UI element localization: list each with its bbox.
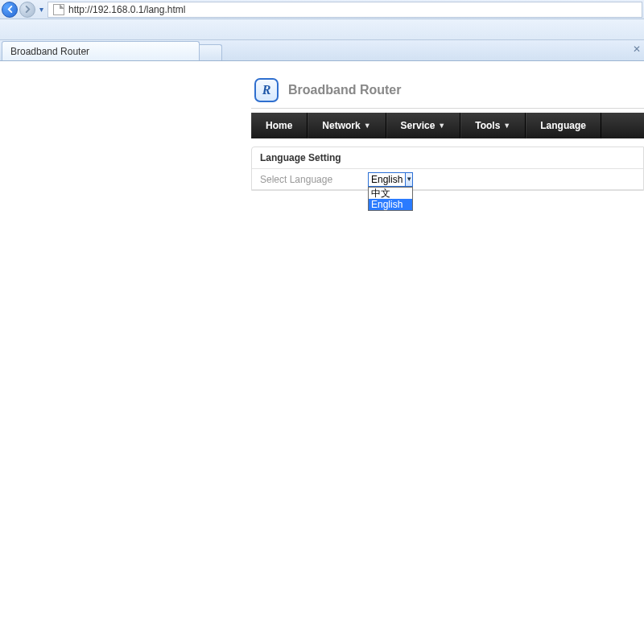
router-title: Broadband Router [288,83,401,97]
language-select-options: 中文 English [368,187,413,211]
nav-service[interactable]: Service ▼ [386,113,461,138]
nav-language-label: Language [540,120,586,131]
language-select-value: English [369,173,405,186]
browser-tab-active[interactable]: Broadband Router [2,41,200,60]
nav-home-label: Home [266,120,292,131]
language-panel: Language Setting Select Language English… [251,147,644,191]
header-divider [251,108,644,109]
browser-tab-title: Broadband Router [10,46,89,57]
new-tab-button[interactable] [200,44,222,60]
language-option-zh[interactable]: 中文 [369,188,412,199]
nav-network-label: Network [322,120,360,131]
router-page: R Broadband Router Home Network ▼ Servic… [0,61,644,111]
nav-language[interactable]: Language [526,113,601,138]
nav-tools-label: Tools [475,120,500,131]
panel-heading: Language Setting [252,147,643,169]
chevron-down-icon: ▼ [503,122,510,130]
tab-close-icon[interactable]: ✕ [633,43,641,55]
chevron-down-icon: ▼ [364,122,371,130]
language-select[interactable]: English ▼ [368,172,413,187]
forward-button[interactable] [19,2,35,18]
language-option-en[interactable]: English [369,199,412,210]
nav-service-label: Service [401,120,436,131]
router-header: R Broadband Router [254,76,644,111]
nav-tools[interactable]: Tools ▼ [460,113,526,138]
browser-tab-strip: Broadband Router ✕ [0,40,644,61]
browser-toolbar: ▾ http://192.168.0.1/lang.html [0,0,644,19]
router-logo: R [254,78,279,102]
table-row: Select Language English ▼ 中文 English [252,169,643,190]
dropdown-button-icon[interactable]: ▼ [405,173,412,186]
nav-home[interactable]: Home [251,113,308,138]
page-icon [53,4,64,15]
browser-command-bar [0,19,644,40]
recent-pages-dropdown-icon[interactable]: ▾ [37,5,46,14]
select-language-label: Select Language [252,174,368,185]
address-bar[interactable]: http://192.168.0.1/lang.html [47,2,642,18]
router-logo-letter: R [262,83,271,97]
address-bar-text: http://192.168.0.1/lang.html [68,4,185,15]
chevron-down-icon: ▼ [438,122,445,130]
router-navbar: Home Network ▼ Service ▼ Tools ▼ Languag… [251,113,644,138]
nav-network[interactable]: Network ▼ [308,113,386,138]
back-button[interactable] [2,2,18,18]
